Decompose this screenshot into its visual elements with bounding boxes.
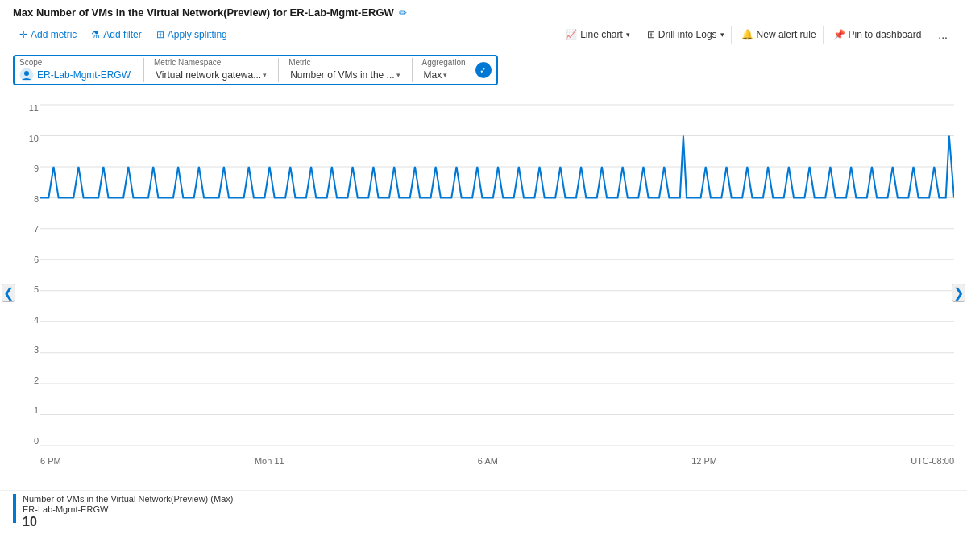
aggregation-dropdown[interactable]: Max ▾ [422, 68, 466, 82]
x-label-12pm: 12 PM [691, 456, 717, 466]
legend-metric-name: Number of VMs in the Virtual Network(Pre… [23, 494, 233, 504]
aggregation-chevron: ▾ [443, 71, 447, 79]
legend: Number of VMs in the Virtual Network(Pre… [0, 490, 967, 534]
nav-arrow-right[interactable]: ❯ [952, 284, 965, 302]
legend-scope: ER-Lab-Mgmt-ERGW [23, 504, 233, 514]
metric-chevron: ▾ [396, 71, 400, 79]
namespace-label: Metric Namespace [154, 58, 268, 67]
y-label-3: 3 [6, 345, 39, 355]
header: Max Number of VMs in the Virtual Network… [0, 0, 967, 22]
line-chart-chevron: ▾ [626, 31, 630, 39]
metric-config-box: Scope Metric Namespace Virtual network g… [13, 55, 498, 85]
x-axis: 6 PM Mon 11 6 AM 12 PM UTC-08:00 [40, 456, 954, 466]
aggregation-field: Aggregation Max ▾ [422, 58, 466, 82]
metric-field: Metric Number of VMs in the ... ▾ [288, 58, 401, 82]
line-chart-icon: 📈 [565, 29, 577, 40]
y-label-10: 10 [6, 134, 39, 143]
namespace-field: Metric Namespace Virtual network gatewa.… [154, 58, 268, 82]
x-label-mon11: Mon 11 [255, 456, 284, 466]
line-chart-button[interactable]: 📈 Line chart ▾ [558, 26, 637, 44]
nav-arrow-left[interactable]: ❮ [2, 284, 15, 302]
toolbar: ✛ Add metric ⚗ Add filter ⊞ Apply splitt… [0, 22, 967, 48]
y-label-1: 1 [6, 405, 39, 415]
add-metric-icon: ✛ [19, 29, 27, 40]
y-label-0: 0 [6, 436, 39, 446]
filter-icon: ⚗ [91, 29, 100, 40]
legend-value: 10 [23, 515, 233, 529]
y-label-6: 6 [6, 255, 39, 264]
pin-icon: 📌 [833, 29, 845, 40]
y-label-2: 2 [6, 375, 39, 385]
y-label-7: 7 [6, 224, 39, 234]
x-label-6pm: 6 PM [40, 456, 61, 466]
metric-config-row: Scope Metric Namespace Virtual network g… [0, 48, 967, 92]
y-label-4: 4 [6, 315, 39, 325]
more-options-button[interactable]: ... [932, 25, 954, 44]
confirm-check[interactable]: ✓ [475, 62, 492, 78]
split-icon: ⊞ [156, 29, 164, 40]
y-axis: 0 1 2 3 4 5 6 7 8 9 10 11 [6, 103, 39, 446]
namespace-chevron: ▾ [263, 71, 267, 79]
y-label-11: 11 [6, 103, 39, 113]
legend-color-bar [13, 494, 16, 523]
x-label-utc: UTC-08:00 [911, 456, 954, 466]
apply-splitting-button[interactable]: ⊞ Apply splitting [150, 26, 234, 44]
metric-dropdown[interactable]: Number of VMs in the ... ▾ [288, 68, 401, 82]
metric-label: Metric [288, 58, 401, 67]
x-label-6am: 6 AM [478, 456, 498, 466]
page-title: Max Number of VMs in the Virtual Network… [13, 6, 394, 19]
pin-dashboard-button[interactable]: 📌 Pin to dashboard [827, 26, 929, 44]
scope-label: Scope [19, 58, 134, 67]
edit-icon[interactable]: ✏ [399, 7, 407, 19]
new-alert-button[interactable]: 🔔 New alert rule [735, 26, 824, 44]
chart-wrapper: ❮ ❯ 0 1 2 3 4 5 6 7 8 9 10 11 [0, 95, 967, 490]
alert-icon: 🔔 [741, 29, 753, 40]
add-metric-button[interactable]: ✛ Add metric [13, 26, 83, 44]
namespace-dropdown[interactable]: Virtual network gatewa... ▾ [154, 68, 268, 82]
add-filter-button[interactable]: ⚗ Add filter [85, 26, 147, 44]
drill-logs-icon: ⊞ [647, 29, 655, 40]
aggregation-label: Aggregation [422, 58, 466, 67]
y-label-9: 9 [6, 164, 39, 173]
y-label-8: 8 [6, 194, 39, 204]
drill-logs-chevron: ▾ [720, 31, 724, 39]
scope-icon [19, 68, 34, 82]
scope-field: Scope [19, 58, 134, 82]
svg-point-1 [24, 71, 29, 76]
line-chart-svg [40, 103, 954, 446]
scope-input[interactable] [37, 69, 134, 81]
drill-logs-button[interactable]: ⊞ Drill into Logs ▾ [641, 26, 732, 44]
